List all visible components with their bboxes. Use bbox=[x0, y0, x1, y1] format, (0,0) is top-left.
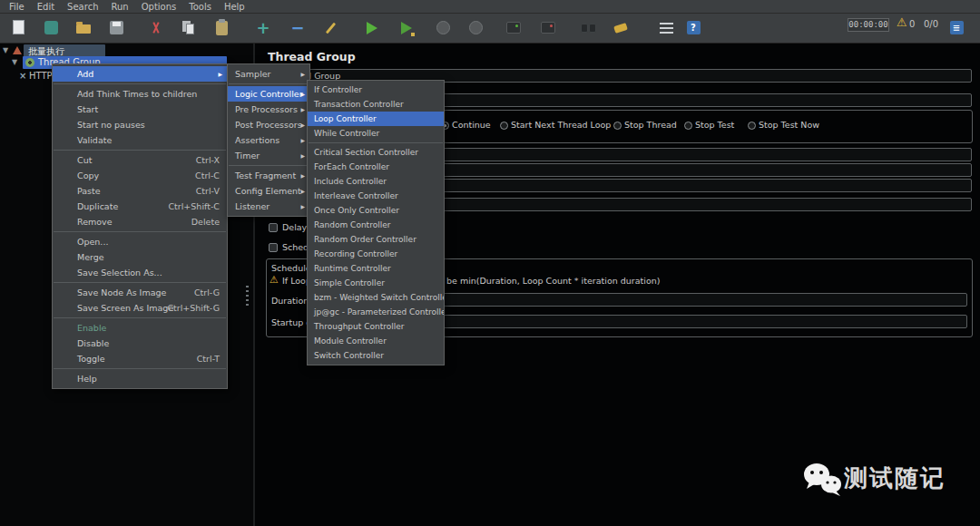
context-menu-item-save-selection-as[interactable]: Save Selection As... bbox=[53, 265, 227, 280]
radio-stop-test-now[interactable] bbox=[748, 122, 756, 130]
context-menu-item-toggle[interactable]: ToggleCtrl-T bbox=[53, 351, 227, 366]
submenu-item-recording-controller[interactable]: Recording Controller bbox=[308, 247, 444, 261]
start-icon[interactable] bbox=[361, 18, 383, 38]
context-menu-item-enable[interactable]: Enable bbox=[53, 320, 227, 336]
radio-stop-test[interactable] bbox=[684, 122, 692, 130]
context-menu-item-paste[interactable]: PasteCtrl-V bbox=[53, 183, 227, 199]
submenu-item-timer[interactable]: Timer▶ bbox=[228, 148, 309, 163]
submenu-item-listener[interactable]: Listener▶ bbox=[228, 199, 309, 214]
submenu-item-throughput-controller[interactable]: Throughput Controller bbox=[308, 319, 444, 334]
duration-field[interactable] bbox=[381, 293, 967, 307]
submenu-item-random-controller[interactable]: Random Controller bbox=[308, 218, 444, 232]
remove-element-icon[interactable]: − bbox=[287, 18, 309, 38]
context-menu-item-save-screen-as-image[interactable]: Save Screen As ImageCtrl+Shift-G bbox=[53, 300, 227, 316]
submenu-item-foreach-controller[interactable]: ForEach Controller bbox=[308, 160, 444, 174]
start-no-pauses-icon[interactable] bbox=[396, 18, 417, 38]
submenu-item-post-processors[interactable]: Post Processors▶ bbox=[228, 117, 309, 132]
new-file-icon[interactable] bbox=[7, 18, 29, 38]
radio-start-next-thread-loop[interactable] bbox=[500, 122, 508, 130]
context-menu-item-add-think-times[interactable]: Add Think Times to children bbox=[53, 86, 227, 102]
radio-label[interactable]: Stop Test Now bbox=[759, 120, 819, 130]
menu-label: Toggle bbox=[77, 354, 105, 364]
expand-arrow-icon[interactable]: ▼ bbox=[3, 46, 8, 54]
menu-label: Throughput Controller bbox=[314, 322, 404, 331]
view-icon[interactable]: ≡ bbox=[946, 18, 967, 38]
open-folder-icon[interactable] bbox=[73, 18, 94, 38]
splitter-handle[interactable] bbox=[246, 286, 249, 307]
submenu-item-interleave-controller[interactable]: Interleave Controller bbox=[308, 189, 444, 203]
paste-icon[interactable] bbox=[211, 18, 232, 38]
submenu-item-jpgc-parameterized-controller[interactable]: jp@gc - Parameterized Controller bbox=[308, 305, 444, 319]
delay-thread-checkbox[interactable] bbox=[269, 223, 278, 232]
save-icon[interactable] bbox=[105, 18, 127, 38]
function-helper-icon[interactable]: ? bbox=[682, 18, 704, 38]
submenu-item-include-controller[interactable]: Include Controller bbox=[308, 174, 444, 189]
copy-icon[interactable] bbox=[178, 18, 200, 38]
menu-search[interactable]: Search bbox=[61, 2, 104, 12]
submenu-item-if-controller[interactable]: If Controller bbox=[308, 83, 444, 97]
tree-node-test-plan[interactable]: ▼ 批量执行 bbox=[0, 44, 253, 57]
menu-file[interactable]: File bbox=[3, 2, 31, 12]
remote-shutdown-all-icon[interactable] bbox=[537, 18, 559, 38]
templates-icon[interactable] bbox=[40, 18, 62, 38]
submenu-item-critical-section-controller[interactable]: Critical Section Controller bbox=[308, 145, 444, 160]
submenu-item-bzm-weighted-switch-controller[interactable]: bzm - Weighted Switch Controller bbox=[308, 290, 444, 305]
radio-label[interactable]: Stop Thread bbox=[624, 120, 677, 130]
menu-separator bbox=[54, 83, 226, 84]
chevron-right-icon: ▶ bbox=[300, 199, 305, 214]
edit-icon[interactable] bbox=[319, 18, 341, 38]
menu-help[interactable]: Help bbox=[218, 2, 251, 12]
menu-run[interactable]: Run bbox=[104, 2, 134, 12]
menu-edit[interactable]: Edit bbox=[31, 2, 61, 12]
context-menu-item-merge[interactable]: Merge bbox=[53, 249, 227, 265]
menu-options[interactable]: Options bbox=[135, 2, 183, 12]
shutdown-icon[interactable] bbox=[465, 18, 486, 38]
warning-icon[interactable]: ⚠ bbox=[897, 15, 907, 29]
menu-label: Timer bbox=[235, 151, 260, 161]
context-menu-item-disable[interactable]: Disable bbox=[53, 336, 227, 351]
context-menu-item-open[interactable]: Open... bbox=[53, 234, 227, 249]
page-shape bbox=[13, 20, 24, 34]
submenu-item-runtime-controller[interactable]: Runtime Controller bbox=[308, 261, 444, 276]
submenu-item-simple-controller[interactable]: Simple Controller bbox=[308, 276, 444, 290]
scheduler-checkbox[interactable] bbox=[269, 243, 278, 252]
radio-label[interactable]: Continue bbox=[452, 120, 491, 130]
radio-label[interactable]: Start Next Thread Loop bbox=[511, 120, 611, 130]
submenu-item-test-fragment[interactable]: Test Fragment▶ bbox=[228, 168, 309, 183]
submenu-item-once-only-controller[interactable]: Once Only Controller bbox=[308, 203, 444, 218]
context-menu-item-duplicate[interactable]: DuplicateCtrl+Shift-C bbox=[53, 199, 227, 214]
cut-icon[interactable] bbox=[145, 18, 167, 38]
submenu-item-config-element[interactable]: Config Element▶ bbox=[228, 183, 309, 199]
remote-start-all-icon[interactable] bbox=[503, 18, 524, 38]
search-icon[interactable] bbox=[577, 18, 599, 38]
context-menu-item-validate[interactable]: Validate bbox=[53, 132, 227, 148]
context-menu-item-start[interactable]: Start bbox=[53, 102, 227, 117]
submenu-item-while-controller[interactable]: While Controller bbox=[308, 126, 444, 141]
submenu-item-switch-controller[interactable]: Switch Controller bbox=[308, 348, 444, 363]
http-request-icon: × bbox=[19, 71, 26, 81]
menu-tools[interactable]: Tools bbox=[182, 2, 218, 12]
clear-all-icon[interactable] bbox=[655, 18, 677, 38]
context-menu-item-help[interactable]: Help bbox=[53, 371, 227, 386]
submenu-item-random-order-controller[interactable]: Random Order Controller bbox=[308, 232, 444, 247]
radio-label[interactable]: Stop Test bbox=[695, 120, 734, 130]
submenu-item-pre-processors[interactable]: Pre Processors▶ bbox=[228, 102, 309, 117]
context-menu-item-cut[interactable]: CutCtrl-X bbox=[53, 152, 227, 168]
submenu-item-module-controller[interactable]: Module Controller bbox=[308, 334, 444, 348]
submenu-item-logic-controller[interactable]: Logic Controller▶ bbox=[228, 86, 309, 102]
radio-stop-thread[interactable] bbox=[613, 122, 622, 130]
context-menu-item-add[interactable]: Add▶ bbox=[53, 66, 227, 82]
clear-icon[interactable] bbox=[610, 18, 632, 38]
stop-icon[interactable] bbox=[432, 18, 454, 38]
add-element-icon[interactable]: + bbox=[252, 18, 274, 38]
context-menu-item-remove[interactable]: RemoveDelete bbox=[53, 214, 227, 229]
context-menu-item-start-no-pauses[interactable]: Start no pauses bbox=[53, 117, 227, 132]
startup-delay-field[interactable] bbox=[381, 315, 967, 328]
submenu-item-assertions[interactable]: Assertions▶ bbox=[228, 132, 309, 148]
expand-arrow-icon[interactable]: ▼ bbox=[12, 58, 17, 66]
context-menu-item-save-node-as-image[interactable]: Save Node As ImageCtrl-G bbox=[53, 285, 227, 300]
submenu-item-sampler[interactable]: Sampler▶ bbox=[228, 66, 309, 82]
submenu-item-transaction-controller[interactable]: Transaction Controller bbox=[308, 97, 444, 112]
context-menu-item-copy[interactable]: CopyCtrl-C bbox=[53, 168, 227, 183]
submenu-item-loop-controller[interactable]: Loop Controller bbox=[308, 112, 444, 126]
